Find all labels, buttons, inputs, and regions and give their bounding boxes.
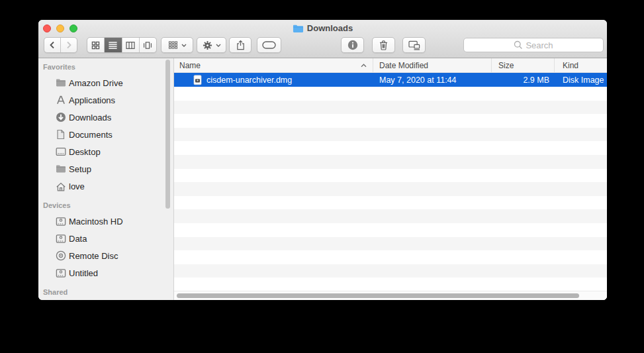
hard-drive-icon	[55, 268, 66, 279]
sidebar-item-label: Data	[69, 234, 87, 244]
forward-icon	[65, 40, 73, 50]
folder-icon	[55, 164, 66, 175]
folder-icon	[55, 77, 66, 89]
coverflow-view-button[interactable]	[139, 38, 156, 52]
file-list-stripes	[174, 87, 607, 300]
sidebar-item-desktop[interactable]: Desktop	[38, 143, 173, 160]
home-icon	[55, 181, 66, 192]
list-view-button[interactable]	[104, 38, 121, 52]
share-icon	[236, 40, 246, 50]
icon-view-button[interactable]	[87, 38, 104, 52]
column-header-name[interactable]: Name	[174, 58, 373, 72]
sidebar-item-macintosh-hd[interactable]: Macintosh HD	[38, 213, 173, 230]
empty-row	[174, 277, 607, 291]
sidebar-item-applications[interactable]: Applications	[38, 91, 173, 109]
disc-icon	[55, 250, 66, 262]
window-chrome: Downloads	[38, 20, 607, 58]
sidebar-item-label: Remote Disc	[69, 251, 118, 261]
sidebar-item-remote-disc[interactable]: Remote Disc	[38, 247, 173, 264]
sidebar-scrollbar[interactable]	[165, 60, 170, 209]
action-button[interactable]	[197, 37, 226, 53]
nav-buttons	[44, 37, 77, 53]
trash-icon	[379, 40, 389, 50]
empty-row	[174, 169, 607, 183]
column-header-size[interactable]: Size	[491, 58, 554, 72]
sidebar-section-devices: Devices	[38, 201, 173, 213]
sidebar-item-amazon-drive[interactable]: Amazon Drive	[38, 74, 173, 91]
empty-row	[174, 182, 607, 196]
empty-row	[174, 155, 607, 169]
column-view-icon	[125, 40, 136, 50]
connected-screens-icon	[408, 40, 420, 50]
arrange-button[interactable]	[161, 37, 193, 53]
sidebar-item-untitled[interactable]: Untitled	[38, 264, 173, 281]
gear-icon	[203, 40, 212, 50]
sort-ascending-icon	[361, 64, 367, 68]
empty-row	[174, 196, 607, 210]
empty-row	[174, 223, 607, 237]
window-title: Downloads	[307, 23, 353, 33]
sidebar: Favorites Amazon Drive Applications Down…	[38, 58, 174, 300]
column-header-kind[interactable]: Kind	[554, 58, 607, 72]
screen-sharing-button[interactable]	[402, 37, 426, 53]
file-row-selected[interactable]: cisdem-unarchiver.dmg May 7, 2020 at 11:…	[174, 73, 607, 87]
empty-row	[174, 87, 607, 101]
file-date-modified: May 7, 2020 at 11:44	[373, 73, 491, 87]
desktop-icon	[55, 146, 66, 158]
window-content: Favorites Amazon Drive Applications Down…	[38, 58, 607, 300]
list-view-icon	[108, 40, 118, 50]
horizontal-scrollbar-thumb[interactable]	[177, 293, 579, 298]
sidebar-item-documents[interactable]: Documents	[38, 126, 173, 143]
empty-row	[174, 101, 607, 115]
forward-button[interactable]	[60, 38, 77, 52]
arrange-icon	[168, 40, 178, 50]
sidebar-item-label: Setup	[69, 164, 91, 174]
search-placeholder: Search	[526, 40, 553, 50]
empty-row	[174, 128, 607, 142]
column-view-button[interactable]	[122, 38, 139, 52]
column-header-label: Size	[498, 61, 514, 70]
empty-row	[174, 237, 607, 251]
sidebar-item-data[interactable]: Data	[38, 230, 173, 247]
back-button[interactable]	[44, 38, 60, 52]
file-size: 2.9 MB	[491, 73, 554, 87]
sidebar-item-label: Amazon Drive	[69, 78, 123, 88]
list-header: Name Date Modified Size Kind	[174, 58, 607, 73]
tag-button[interactable]	[257, 37, 281, 53]
view-mode-segmented-control	[87, 37, 157, 53]
sidebar-item-downloads[interactable]: Downloads	[38, 109, 173, 126]
empty-row	[174, 264, 607, 278]
sidebar-item-label: Macintosh HD	[69, 217, 123, 227]
share-button[interactable]	[229, 37, 252, 53]
sidebar-section-shared: Shared	[38, 288, 173, 299]
hard-drive-icon	[55, 233, 66, 244]
get-info-button[interactable]	[341, 37, 364, 53]
dmg-file-icon	[193, 75, 203, 85]
sidebar-item-label: Documents	[69, 130, 113, 140]
sidebar-item-label: Untitled	[69, 268, 98, 278]
hard-drive-icon	[55, 216, 66, 227]
sidebar-item-setup[interactable]: Setup	[38, 160, 173, 177]
sidebar-item-love[interactable]: love	[38, 177, 173, 195]
title-bar[interactable]: Downloads	[38, 20, 607, 36]
search-input[interactable]: Search	[463, 38, 604, 52]
sidebar-item-label: love	[69, 181, 85, 191]
coverflow-view-icon	[142, 40, 153, 50]
column-header-label: Name	[179, 61, 201, 70]
sidebar-item-label: Applications	[69, 95, 115, 105]
column-header-date-modified[interactable]: Date Modified	[373, 58, 491, 72]
finder-window: Downloads	[38, 20, 607, 300]
back-icon	[48, 40, 56, 50]
icon-view-icon	[91, 40, 101, 50]
horizontal-scrollbar[interactable]	[174, 291, 607, 300]
empty-row	[174, 250, 607, 264]
window-title-group: Downloads	[38, 20, 607, 36]
column-header-label: Kind	[563, 61, 578, 70]
search-icon	[514, 40, 523, 50]
sidebar-item-label: Downloads	[69, 113, 111, 123]
trash-button[interactable]	[372, 37, 395, 53]
sidebar-section-favorites: Favorites	[38, 63, 173, 74]
toolbar: Search	[38, 36, 607, 58]
documents-icon	[55, 129, 66, 140]
chevron-down-icon	[216, 44, 221, 47]
